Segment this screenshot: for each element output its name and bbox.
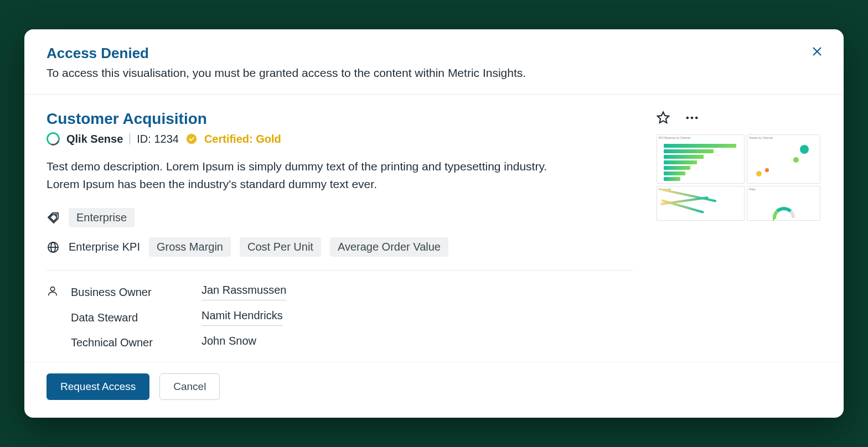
globe-icon xyxy=(46,241,60,254)
kpi-chip[interactable]: Average Order Value xyxy=(330,237,448,257)
svg-point-8 xyxy=(686,117,689,119)
report-description: Test demo description. Lorem Ipsum is si… xyxy=(46,158,556,193)
modal-title: Access Denied xyxy=(46,45,822,62)
star-icon[interactable] xyxy=(655,110,671,128)
thumbnail-bar-chart: ROI Revenue by Channel xyxy=(657,134,745,184)
owner-role: Technical Owner xyxy=(71,336,193,349)
access-denied-modal: Access Denied To access this visualisati… xyxy=(24,29,844,418)
svg-point-7 xyxy=(50,287,54,291)
kpi-label: Enterprise KPI xyxy=(69,241,140,253)
report-thumbnail: ROI Revenue by Channel Scatter by Channe… xyxy=(655,133,822,222)
report-id: ID: 1234 xyxy=(137,133,179,145)
owners-list: Business Owner Jan Rassmussen Data Stewa… xyxy=(46,284,633,351)
modal-footer: Request Access Cancel xyxy=(24,362,844,418)
source-name: Qlik Sense xyxy=(66,133,123,145)
tag-row: Enterprise xyxy=(46,208,633,227)
certification-label: Certified: Gold xyxy=(204,133,281,145)
svg-point-3 xyxy=(55,215,56,216)
owner-role: Data Steward xyxy=(71,311,193,324)
report-title: Customer Acquisition xyxy=(46,110,633,128)
modal-subtitle: To access this visualisation, you must b… xyxy=(46,66,822,80)
report-side: ROI Revenue by Channel Scatter by Channe… xyxy=(655,110,822,351)
person-icon xyxy=(46,285,62,299)
thumbnail-sankey: Keywords xyxy=(657,186,745,221)
close-icon[interactable] xyxy=(810,45,824,58)
horizontal-divider xyxy=(46,270,633,271)
svg-point-10 xyxy=(695,117,698,119)
request-access-button[interactable]: Request Access xyxy=(46,373,149,400)
source-row: Qlik Sense ID: 1234 Certified: Gold xyxy=(46,132,633,145)
certification-badge-icon xyxy=(185,133,198,145)
modal-body: Customer Acquisition Qlik Sense ID: 1234… xyxy=(24,95,844,362)
cancel-button[interactable]: Cancel xyxy=(159,373,220,400)
more-icon[interactable] xyxy=(684,110,700,128)
report-actions xyxy=(655,110,822,128)
thumbnail-scatter: Scatter by Channel xyxy=(747,134,820,184)
qlik-icon xyxy=(44,130,62,148)
modal-header: Access Denied To access this visualisati… xyxy=(24,29,844,95)
owner-name[interactable]: John Snow xyxy=(202,335,256,351)
thumbnail-gauge: Ratio xyxy=(747,186,820,221)
report-details: Customer Acquisition Qlik Sense ID: 1234… xyxy=(46,110,633,351)
kpi-chip[interactable]: Gross Margin xyxy=(149,237,231,257)
tag-icon xyxy=(46,211,60,225)
owner-name[interactable]: Namit Hendricks xyxy=(202,309,283,326)
owner-role: Business Owner xyxy=(71,286,193,299)
vertical-divider xyxy=(130,133,130,144)
svg-point-9 xyxy=(691,117,694,119)
owner-name[interactable]: Jan Rassmussen xyxy=(202,284,286,300)
kpi-chip[interactable]: Cost Per Unit xyxy=(240,237,321,257)
tag-chip[interactable]: Enterprise xyxy=(69,208,135,227)
kpi-row: Enterprise KPI Gross Margin Cost Per Uni… xyxy=(46,237,633,257)
